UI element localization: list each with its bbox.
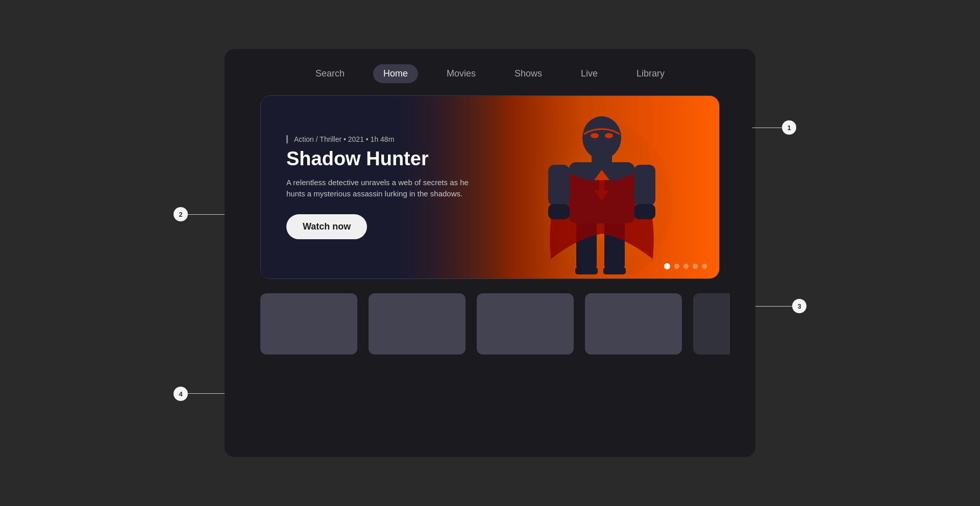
annotation-3: 3	[792, 299, 806, 313]
app-frame: Search Home Movies Shows Live Library	[225, 49, 755, 457]
annotation-line-2	[188, 214, 225, 215]
nav-home[interactable]: Home	[373, 64, 418, 83]
hero-content: Action / Thriller • 2021 • 1h 48m Shadow…	[286, 135, 480, 239]
dot-1[interactable]	[664, 263, 670, 269]
svg-rect-6	[548, 165, 570, 206]
thumbnails-row	[250, 293, 730, 355]
svg-rect-12	[548, 204, 570, 219]
annotation-line-4	[188, 393, 225, 394]
svg-point-9	[582, 116, 621, 159]
main-nav: Search Home Movies Shows Live Library	[305, 64, 675, 83]
hero-character-image	[525, 101, 678, 274]
annotation-2: 2	[174, 207, 188, 221]
thumbnail-4[interactable]	[585, 293, 682, 355]
svg-rect-7	[634, 165, 655, 206]
nav-shows[interactable]: Shows	[504, 64, 552, 83]
thumbnail-5[interactable]	[693, 293, 730, 355]
nav-search[interactable]: Search	[305, 64, 355, 83]
hero-banner: Action / Thriller • 2021 • 1h 48m Shadow…	[260, 95, 720, 279]
hero-title: Shadow Hunter	[286, 148, 480, 170]
svg-rect-15	[603, 267, 626, 274]
watch-now-button[interactable]: Watch now	[286, 214, 367, 239]
annotation-line-1	[752, 128, 783, 128]
svg-rect-14	[575, 267, 598, 274]
hero-meta: Action / Thriller • 2021 • 1h 48m	[286, 135, 480, 143]
nav-movies[interactable]: Movies	[436, 64, 486, 83]
dot-2[interactable]	[674, 264, 679, 269]
thumbnail-1[interactable]	[260, 293, 357, 355]
svg-rect-13	[634, 204, 655, 219]
nav-library[interactable]: Library	[626, 64, 675, 83]
svg-point-11	[605, 133, 613, 138]
svg-point-10	[591, 133, 599, 138]
thumbnail-2[interactable]	[369, 293, 465, 355]
nav-live[interactable]: Live	[571, 64, 608, 83]
annotation-line-3	[755, 306, 792, 307]
hero-description: A relentless detective unravels a web of…	[286, 177, 480, 200]
dot-5[interactable]	[702, 264, 707, 269]
annotation-4: 4	[174, 387, 188, 401]
thumbnail-3[interactable]	[477, 293, 574, 355]
dot-3[interactable]	[683, 264, 689, 269]
dot-4[interactable]	[693, 264, 698, 269]
annotation-1: 1	[782, 120, 796, 135]
carousel-dots	[664, 263, 707, 269]
